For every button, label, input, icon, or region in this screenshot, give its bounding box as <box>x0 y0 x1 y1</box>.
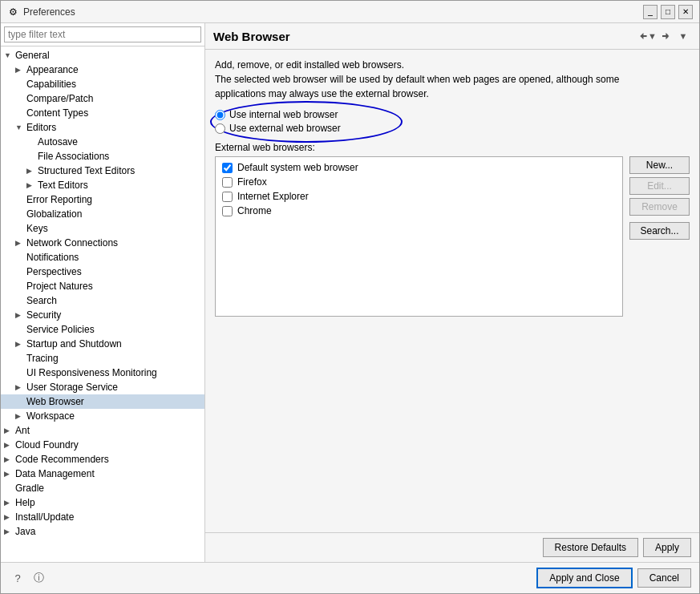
tree-arrow-ant[interactable]: ▶ <box>4 426 15 434</box>
tree-item-ant[interactable]: ▶Ant <box>1 423 204 438</box>
tree-item-network-connections[interactable]: ▶Network Connections <box>1 236 204 250</box>
tree-arrow-appearance[interactable]: ▶ <box>15 66 26 74</box>
filter-input[interactable] <box>4 26 201 42</box>
tree-item-user-storage[interactable]: ▶User Storage Service <box>1 380 204 394</box>
radio-external[interactable] <box>215 123 225 134</box>
tree-arrow-java[interactable]: ▶ <box>4 527 15 535</box>
right-header: Web Browser 🠈▼ 🠊 ▼ <box>205 23 699 50</box>
tree-item-general[interactable]: ▼General <box>1 48 204 63</box>
tree-item-workspace[interactable]: ▶Workspace <box>1 409 204 423</box>
header-toolbar: 🠈▼ 🠊 ▼ <box>640 28 691 44</box>
tree-item-install-update[interactable]: ▶Install/Update <box>1 510 204 524</box>
radio-external-row: Use external web browser <box>215 123 690 134</box>
apply-button[interactable]: Apply <box>643 538 691 557</box>
browser-label-chrome: Chrome <box>237 205 272 216</box>
tree-label-perspectives: Perspectives <box>26 266 82 277</box>
tree-item-project-natures[interactable]: Project Natures <box>1 279 204 293</box>
footer-bar: ? ⓘ Apply and Close Cancel <box>1 562 699 593</box>
tree-arrow-text-editors[interactable]: ▶ <box>26 181 38 189</box>
browser-item-internet-explorer[interactable]: Internet Explorer <box>219 189 619 204</box>
tree-item-editors[interactable]: ▼Editors <box>1 120 204 135</box>
radio-internal[interactable] <box>215 110 225 120</box>
tree-arrow-install-update[interactable]: ▶ <box>4 513 15 521</box>
search-button[interactable]: Search... <box>629 222 690 240</box>
tree-item-appearance[interactable]: ▶Appearance <box>1 63 204 77</box>
tree-item-data-management[interactable]: ▶Data Management <box>1 467 204 481</box>
external-browsers-label: External web browsers: <box>215 142 690 153</box>
tree-item-globalization[interactable]: Globalization <box>1 207 204 221</box>
tree-arrow-user-storage[interactable]: ▶ <box>15 383 26 391</box>
left-panel: ▼General▶AppearanceCapabilitiesCompare/P… <box>1 23 205 562</box>
tree-arrow-editors[interactable]: ▼ <box>15 123 26 131</box>
tree-item-startup-shutdown[interactable]: ▶Startup and Shutdown <box>1 337 204 351</box>
tree-item-file-associations[interactable]: File Associations <box>1 149 204 164</box>
browser-item-chrome[interactable]: Chrome <box>219 204 619 218</box>
tree-arrow-general[interactable]: ▼ <box>4 51 15 59</box>
close-button[interactable]: ✕ <box>678 5 693 19</box>
radio-internal-label[interactable]: Use internal web browser <box>229 109 338 120</box>
tree-label-appearance: Appearance <box>26 64 79 75</box>
browser-checkbox-firefox[interactable] <box>222 177 233 188</box>
forward-button[interactable]: 🠊 <box>658 28 674 44</box>
tree-arrow-data-management[interactable]: ▶ <box>4 470 15 478</box>
browser-checkbox-default-system[interactable] <box>222 163 233 173</box>
browser-item-default-system[interactable]: Default system web browser <box>219 160 619 175</box>
tree-item-capabilities[interactable]: Capabilities <box>1 77 204 91</box>
tree-item-compare-patch[interactable]: Compare/Patch <box>1 91 204 106</box>
tree-label-text-editors: Text Editors <box>38 180 88 191</box>
radio-external-label[interactable]: Use external web browser <box>229 123 341 134</box>
tree-arrow-workspace[interactable]: ▶ <box>15 412 26 420</box>
desc-line1: Add, remove, or edit installed web brows… <box>215 58 690 72</box>
tree-item-web-browser[interactable]: Web Browser <box>1 394 204 409</box>
tree-item-notifications[interactable]: Notifications <box>1 250 204 265</box>
tree-item-service-policies[interactable]: Service Policies <box>1 322 204 337</box>
tree-item-tracing[interactable]: Tracing <box>1 351 204 366</box>
cancel-button[interactable]: Cancel <box>637 568 691 588</box>
browser-checkbox-internet-explorer[interactable] <box>222 192 233 202</box>
tree-arrow-cloud-foundry[interactable]: ▶ <box>4 441 15 449</box>
tree-arrow-structured-text-editors[interactable]: ▶ <box>26 167 38 175</box>
toolbar-menu-button[interactable]: ▼ <box>675 28 691 44</box>
remove-button[interactable]: Remove <box>629 198 690 216</box>
browser-checkbox-chrome[interactable] <box>222 206 233 216</box>
tree-label-startup-shutdown: Startup and Shutdown <box>26 338 122 350</box>
tree-label-service-policies: Service Policies <box>26 324 95 335</box>
filter-wrap <box>1 23 204 46</box>
tree-item-search[interactable]: Search <box>1 293 204 308</box>
tree-item-ui-responsiveness[interactable]: UI Responsiveness Monitoring <box>1 366 204 380</box>
tree-arrow-help[interactable]: ▶ <box>4 499 15 507</box>
desc-line2: The selected web browser will be used by… <box>215 72 690 87</box>
info-button[interactable]: ⓘ <box>30 569 47 587</box>
tree-item-text-editors[interactable]: ▶Text Editors <box>1 178 204 192</box>
tree-item-perspectives[interactable]: Perspectives <box>1 265 204 279</box>
tree-item-help[interactable]: ▶Help <box>1 495 204 510</box>
tree-item-gradle[interactable]: Gradle <box>1 481 204 495</box>
tree-item-error-reporting[interactable]: Error Reporting <box>1 192 204 207</box>
apply-and-close-button[interactable]: Apply and Close <box>536 568 632 588</box>
restore-defaults-button[interactable]: Restore Defaults <box>543 538 638 557</box>
tree-arrow-code-recommenders[interactable]: ▶ <box>4 455 15 463</box>
tree-item-cloud-foundry[interactable]: ▶Cloud Foundry <box>1 438 204 452</box>
tree-item-content-types[interactable]: Content Types <box>1 106 204 120</box>
tree-item-structured-text-editors[interactable]: ▶Structured Text Editors <box>1 164 204 178</box>
maximize-button[interactable]: □ <box>661 5 675 19</box>
minimize-button[interactable]: ⎯ <box>643 5 658 19</box>
back-button[interactable]: 🠈▼ <box>640 28 656 44</box>
tree-item-java[interactable]: ▶Java <box>1 524 204 539</box>
tree-arrow-network-connections[interactable]: ▶ <box>15 239 26 247</box>
tree-arrow-startup-shutdown[interactable]: ▶ <box>15 340 26 348</box>
tree-arrow-security[interactable]: ▶ <box>15 311 26 319</box>
tree-item-code-recommenders[interactable]: ▶Code Recommenders <box>1 452 204 467</box>
tree-item-security[interactable]: ▶Security <box>1 308 204 322</box>
tree-container: ▼General▶AppearanceCapabilitiesCompare/P… <box>1 46 204 562</box>
edit-button[interactable]: Edit... <box>629 177 690 195</box>
tree-label-help: Help <box>15 497 35 508</box>
new-button[interactable]: New... <box>629 156 690 174</box>
tree-label-security: Security <box>26 309 61 321</box>
tree-item-keys[interactable]: Keys <box>1 221 204 236</box>
tree-label-structured-text-editors: Structured Text Editors <box>38 165 135 176</box>
tree-item-autosave[interactable]: Autosave <box>1 135 204 149</box>
browser-item-firefox[interactable]: Firefox <box>219 175 619 189</box>
help-button[interactable]: ? <box>9 569 26 587</box>
tree-label-java: Java <box>15 526 35 537</box>
